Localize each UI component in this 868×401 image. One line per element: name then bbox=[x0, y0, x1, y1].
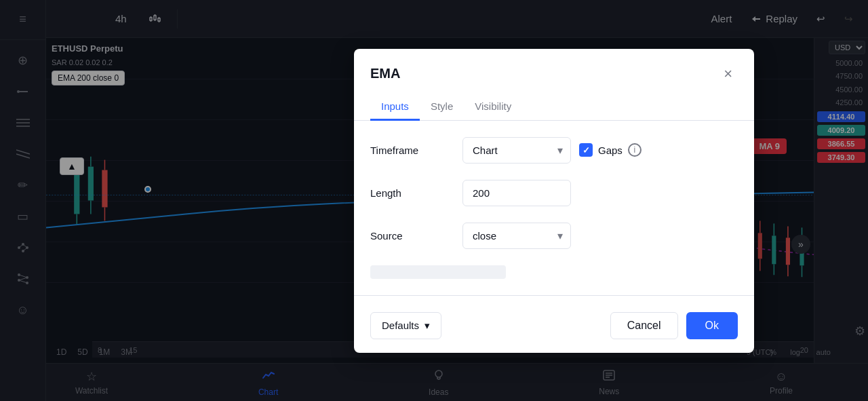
timeframe-select-wrapper: Chart bbox=[462, 137, 571, 164]
modal-footer: Defaults ▾ Cancel Ok bbox=[354, 301, 754, 353]
extra-field bbox=[370, 265, 506, 279]
timeframe-row: Timeframe Chart Gaps i bbox=[370, 137, 738, 164]
gaps-checkbox[interactable] bbox=[579, 143, 593, 157]
extra-row bbox=[370, 265, 738, 279]
timeframe-label: Timeframe bbox=[370, 145, 452, 156]
gaps-info-icon[interactable]: i bbox=[628, 143, 642, 157]
modal-close-button[interactable]: × bbox=[718, 62, 738, 85]
defaults-chevron-icon: ▾ bbox=[425, 320, 430, 332]
modal-divider bbox=[354, 295, 754, 296]
source-select[interactable]: close open high low hl2 hlc3 ohlc4 bbox=[462, 223, 571, 249]
tab-style[interactable]: Style bbox=[420, 94, 464, 121]
length-label: Length bbox=[370, 187, 452, 199]
modal-header: EMA × bbox=[354, 49, 754, 85]
modal-title: EMA bbox=[370, 66, 400, 81]
cancel-button[interactable]: Cancel bbox=[610, 312, 678, 339]
footer-actions: Cancel Ok bbox=[610, 312, 738, 339]
gaps-checkbox-wrapper: Gaps i bbox=[579, 143, 642, 157]
length-input[interactable] bbox=[462, 180, 571, 206]
source-label: Source bbox=[370, 230, 452, 242]
tab-visibility[interactable]: Visibility bbox=[464, 94, 522, 121]
tab-inputs[interactable]: Inputs bbox=[370, 94, 420, 121]
length-row: Length bbox=[370, 180, 738, 206]
timeframe-select[interactable]: Chart bbox=[462, 137, 571, 164]
source-select-wrapper: close open high low hl2 hlc3 ohlc4 bbox=[462, 223, 571, 249]
defaults-button[interactable]: Defaults ▾ bbox=[370, 312, 441, 339]
modal-body: Timeframe Chart Gaps i Length Sour bbox=[354, 121, 754, 290]
close-icon: × bbox=[724, 65, 732, 82]
timeframe-controls: Chart Gaps i bbox=[462, 137, 738, 164]
ok-button[interactable]: Ok bbox=[686, 312, 738, 339]
source-row: Source close open high low hl2 hlc3 ohlc… bbox=[370, 223, 738, 249]
ema-settings-modal: EMA × Inputs Style Visibility Timeframe … bbox=[354, 49, 754, 353]
modal-tabs: Inputs Style Visibility bbox=[354, 94, 754, 121]
gaps-label: Gaps bbox=[598, 145, 623, 156]
